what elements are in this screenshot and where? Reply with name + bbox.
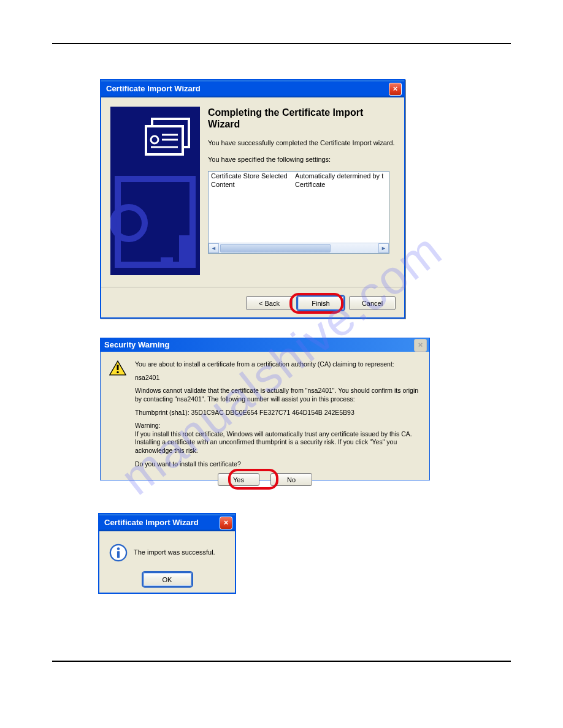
dialog-body: The import was successful. OK xyxy=(99,531,235,594)
info-icon xyxy=(109,544,128,562)
close-icon[interactable]: × xyxy=(220,517,232,529)
ok-button[interactable]: OK xyxy=(143,572,192,586)
warning-icon xyxy=(109,360,126,376)
cert-import-wizard-dialog: Certificate Import Wizard × Completing t… xyxy=(100,79,405,319)
warn-validate-text: Windows cannot validate that the certifi… xyxy=(135,387,421,403)
title-text: Security Warning xyxy=(104,338,169,352)
wizard-side-banner xyxy=(110,107,200,275)
svg-point-13 xyxy=(117,371,119,374)
wizard-content: Completing the Certificate Import Wizard… xyxy=(208,107,397,254)
settings-row: Content Certificate xyxy=(209,180,389,189)
cancel-button[interactable]: Cancel xyxy=(349,296,396,310)
page-bottom-rule xyxy=(52,661,511,662)
dialog-body: Completing the Certificate Import Wizard… xyxy=(101,97,404,286)
wizard-heading: Completing the Certificate Import Wizard xyxy=(208,107,397,130)
settings-row-label: Content xyxy=(209,180,293,189)
security-warning-dialog: Security Warning × You are about to inst… xyxy=(100,338,430,480)
svg-rect-3 xyxy=(179,235,191,262)
close-icon: × xyxy=(414,339,427,352)
warn-line-intro: You are about to install a certificate f… xyxy=(135,360,421,369)
title-text: Certificate Import Wizard xyxy=(106,80,201,97)
ok-button-row: OK xyxy=(99,572,235,586)
finish-button[interactable]: Finish xyxy=(297,296,344,310)
settings-row-label: Certificate Store Selected xyxy=(209,172,293,180)
titlebar[interactable]: Security Warning × xyxy=(101,338,429,352)
title-text: Certificate Import Wizard xyxy=(104,514,199,531)
settings-row-value: Automatically determined by t xyxy=(293,172,389,180)
svg-point-15 xyxy=(117,547,120,550)
titlebar[interactable]: Certificate Import Wizard × xyxy=(99,514,235,531)
svg-rect-16 xyxy=(117,551,120,558)
horizontal-scrollbar[interactable]: ◄ ► xyxy=(209,243,389,253)
back-button[interactable]: < Back xyxy=(246,296,293,310)
no-button[interactable]: No xyxy=(270,473,312,486)
settings-row-value: Certificate xyxy=(293,180,389,189)
warn-ca-name: nsa2401 xyxy=(135,374,421,382)
settings-label: You have specified the following setting… xyxy=(208,155,397,164)
scroll-right-icon[interactable]: ► xyxy=(378,243,389,253)
warn-thumbprint: Thumbprint (sha1): 35D1C9AC DBC0E654 FE3… xyxy=(135,409,421,417)
dialog-body: You are about to install a certificate f… xyxy=(101,352,429,492)
yes-button[interactable]: Yes xyxy=(218,473,259,486)
wizard-success-text: You have successfully completed the Cert… xyxy=(208,138,397,147)
settings-row: Certificate Store Selected Automatically… xyxy=(209,172,389,180)
warning-label: Warning: xyxy=(135,422,161,429)
svg-rect-4 xyxy=(161,257,173,265)
warning-text-block: You are about to install a certificate f… xyxy=(135,360,421,468)
wizard-button-row: < Back Finish Cancel xyxy=(246,296,396,310)
warning-body: If you install this root certificate, Wi… xyxy=(135,430,412,454)
warn-prompt: Do you want to install this certificate? xyxy=(135,460,421,469)
success-message: The import was successful. xyxy=(134,548,215,556)
scroll-thumb[interactable] xyxy=(220,244,331,252)
button-separator xyxy=(101,287,404,287)
settings-listbox[interactable]: Certificate Store Selected Automatically… xyxy=(208,171,389,254)
warning-button-row: Yes No xyxy=(109,473,421,486)
import-success-dialog: Certificate Import Wizard × The import w… xyxy=(98,513,236,594)
close-icon[interactable]: × xyxy=(389,83,402,96)
svg-rect-12 xyxy=(117,365,119,370)
titlebar[interactable]: Certificate Import Wizard × xyxy=(101,80,404,97)
warn-risk: Warning: If you install this root certif… xyxy=(135,422,421,455)
scroll-track[interactable] xyxy=(219,243,378,253)
scroll-left-icon[interactable]: ◄ xyxy=(209,243,219,253)
page-top-rule xyxy=(52,43,511,44)
